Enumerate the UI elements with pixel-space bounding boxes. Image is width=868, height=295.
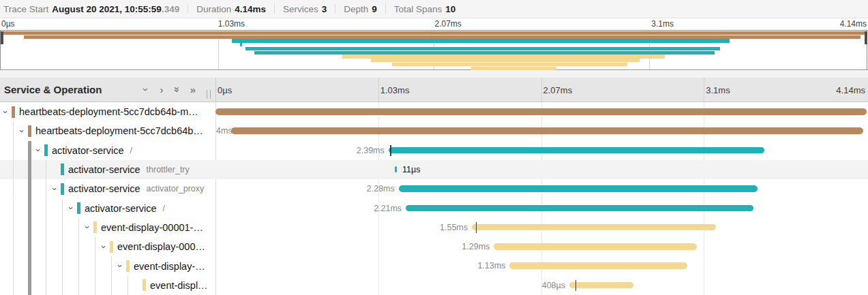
operation-name: /	[163, 204, 165, 213]
span-name-cell[interactable]: ›heartbeats-deployment-5cc7dcb64b…	[0, 121, 215, 140]
span-names: activator-servicethrottler_try	[68, 160, 214, 179]
trace-depth: Depth 9	[344, 4, 377, 14]
span-name-cell[interactable]: ›activator-service/	[0, 199, 215, 218]
column-divider[interactable]	[215, 78, 216, 102]
span-row[interactable]: ›event-display-000…1.29ms	[0, 237, 868, 256]
icon-glyph: ›	[1, 110, 11, 113]
expand-one-icon[interactable]: ›	[156, 83, 167, 95]
span-name-cell[interactable]: ›heartbeats-deployment-5cc7dcb64b-m…	[0, 102, 215, 121]
span-log-marker	[575, 280, 577, 291]
icon-glyph: ›	[140, 88, 152, 91]
span-bar-cell[interactable]	[215, 102, 868, 121]
chevron-down-icon[interactable]: ›	[83, 223, 91, 232]
span-duration-label: 2.21ms	[374, 204, 402, 213]
span-names: event-displ…	[150, 276, 214, 295]
span-row[interactable]: ›heartbeats-deployment-5cc7dcb64b-m…	[0, 102, 868, 121]
timeline-tick-label: 2.07ms	[543, 85, 573, 95]
column-resize-grip[interactable]	[207, 90, 211, 99]
span-duration-bar[interactable]	[231, 127, 863, 134]
chevron-down-icon[interactable]: ›	[116, 261, 124, 270]
span-bar-cell[interactable]: 11µs	[215, 160, 868, 179]
span-duration-bar[interactable]	[494, 243, 697, 250]
trace-minimap[interactable]	[0, 30, 868, 70]
indent-guide	[13, 199, 14, 218]
chevron-down-icon[interactable]: ›	[50, 184, 59, 193]
span-bar-cell[interactable]: 1.55ms	[215, 218, 868, 237]
span-color-block	[77, 202, 80, 214]
span-bar-cell[interactable]: 408µs	[215, 276, 868, 295]
span-row[interactable]: ›activator-serviceactivator_proxy2.28ms	[0, 179, 868, 198]
indent-guide	[13, 141, 14, 160]
indent-guide	[95, 256, 95, 275]
indent-guide	[78, 237, 79, 256]
span-duration-bar[interactable]	[215, 108, 867, 115]
span-row[interactable]: activator-servicethrottler_try11µs	[0, 160, 868, 179]
span-name-cell[interactable]: ›activator-serviceactivator_proxy	[0, 179, 215, 198]
span-duration-bar[interactable]	[395, 166, 397, 173]
services-value: 3	[322, 4, 327, 14]
span-duration-bar[interactable]	[389, 147, 764, 154]
span-log-marker	[476, 222, 477, 233]
duration-value: 4.14ms	[235, 4, 266, 14]
trace-start-value: August 20 2021, 10:55:59	[52, 4, 162, 14]
service-name: activator-service	[52, 145, 124, 156]
span-name-cell[interactable]: event-displ…	[0, 276, 215, 295]
span-bar-cell[interactable]: 1.29ms	[215, 237, 868, 256]
active-indent-guide[interactable]	[28, 141, 31, 295]
span-row[interactable]: ›activator-service/2.39ms	[0, 141, 868, 160]
icon-glyph: ›	[50, 187, 60, 190]
span-row[interactable]: event-displ…408µs	[0, 276, 868, 295]
icon-glyph: ›	[99, 245, 109, 248]
chevron-down-icon[interactable]: ›	[1, 107, 10, 117]
span-bar-cell[interactable]: 2.21ms	[215, 199, 868, 218]
span-rows: ›heartbeats-deployment-5cc7dcb64b-m…›hea…	[0, 102, 868, 295]
span-duration-bar[interactable]	[399, 185, 758, 192]
span-bar-cell[interactable]: 2.39ms	[215, 141, 868, 160]
ruler-tick-label: 3.1ms	[651, 19, 674, 29]
chevron-down-icon[interactable]: ›	[67, 204, 75, 213]
minimap-left-scrubber[interactable]	[1, 31, 3, 44]
expand-all-icon[interactable]: »	[188, 83, 198, 95]
icon-glyph: ›	[66, 206, 76, 209]
indent-guide	[62, 218, 63, 237]
service-name: event-display-00001-…	[101, 222, 203, 233]
collapse-all-icon[interactable]: »	[172, 83, 183, 95]
chevron-down-icon[interactable]: ›	[34, 146, 42, 155]
span-row[interactable]: ›activator-service/2.21ms	[0, 199, 868, 218]
span-row[interactable]: ›event-display-…1.13ms	[0, 256, 868, 275]
span-name-cell[interactable]: ›event-display-000…	[0, 237, 215, 256]
span-name-cell[interactable]: ›event-display-…	[0, 256, 215, 275]
span-name-cell[interactable]: ›activator-service/	[0, 141, 215, 160]
span-duration-bar[interactable]	[569, 282, 633, 289]
span-color-block	[28, 125, 31, 137]
span-duration-bar[interactable]	[472, 224, 716, 231]
ruler-tick-label: 4.14ms	[840, 19, 867, 29]
span-duration-label: 1.13ms	[477, 261, 505, 270]
span-name-cell[interactable]: ›event-display-00001-…	[0, 218, 215, 237]
minimap-span-bar	[232, 39, 730, 42]
chevron-down-icon[interactable]: ›	[18, 126, 26, 136]
span-bar-cell[interactable]: 2.28ms	[215, 179, 868, 198]
span-names: heartbeats-deployment-5cc7dcb64b-m…	[19, 102, 214, 121]
span-names: event-display-00001-…	[101, 218, 214, 237]
span-name-cell[interactable]: activator-servicethrottler_try	[0, 160, 215, 179]
minimap-right-scrubber[interactable]	[865, 31, 867, 44]
span-bar-cell[interactable]: 4ms	[215, 121, 868, 140]
timeline-tick-label: 0µs	[218, 85, 232, 95]
indent-guide	[13, 160, 14, 179]
span-bar-cell[interactable]: 1.13ms	[215, 256, 868, 275]
timeline-tick-label: 3.1ms	[706, 85, 730, 95]
span-duration-bar[interactable]	[509, 262, 687, 269]
chevron-down-icon[interactable]: ›	[100, 242, 108, 251]
span-duration-label: 408µs	[542, 281, 565, 290]
divider	[274, 4, 275, 14]
collapse-one-icon[interactable]: ›	[140, 83, 151, 95]
trace-start-label: Trace Start	[3, 4, 48, 14]
span-row[interactable]: ›heartbeats-deployment-5cc7dcb64b…4ms	[0, 121, 868, 140]
span-color-block	[61, 183, 64, 195]
span-duration-bar[interactable]	[406, 205, 753, 212]
trace-services: Services 3	[283, 4, 327, 14]
span-row[interactable]: ›event-display-00001-…1.55ms	[0, 218, 868, 237]
icon-glyph: »	[172, 87, 183, 92]
span-duration-label: 2.39ms	[357, 146, 385, 155]
